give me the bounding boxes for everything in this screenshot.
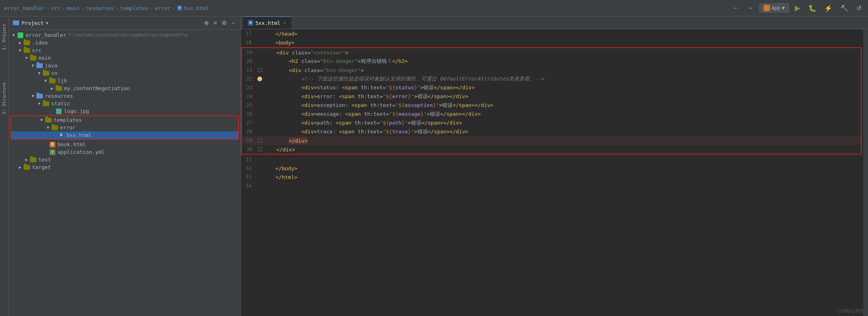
tree-item-templates[interactable]: ▼ templates	[11, 116, 238, 124]
fold-icon-29[interactable]: -	[258, 139, 262, 143]
file-tree: ▼ error_handler F:\myCode\crazyCode\Spri…	[9, 30, 241, 316]
navigate-back-button[interactable]: ←	[730, 4, 742, 12]
code-line-19: 19 <div class="container">	[242, 48, 861, 57]
run-button[interactable]: ▶	[792, 3, 803, 13]
toggle-ljh[interactable]: ▼	[42, 78, 49, 83]
fold-icon-30[interactable]: -	[258, 147, 262, 151]
tree-item-error-folder[interactable]: ▼ error	[11, 124, 238, 131]
toggle-test[interactable]: ▶	[23, 157, 30, 162]
application-yml-icon: Y	[49, 149, 56, 155]
target-folder-icon	[23, 165, 30, 170]
main-area: 1: Project Z: Structure Project ▼ ⊕ ≡ ⚙ …	[0, 16, 868, 316]
tab-filename: 5xx.html	[255, 20, 281, 26]
breadcrumb-html-icon: H	[177, 5, 182, 11]
static-folder-icon	[42, 101, 50, 107]
code-line-24: 24 <div>error: <span th:text="${error}">…	[242, 92, 861, 101]
refresh-button[interactable]: ↺	[854, 4, 864, 13]
fold-icon-21[interactable]: -	[258, 68, 262, 72]
code-line-20: 20 <h2 class="btn-danger">程序出错啦！</h2>	[242, 57, 861, 66]
tree-label-cn: cn	[51, 70, 58, 76]
code-line-28: 28 <div>trace: <span th:text="${trace}">…	[242, 127, 861, 136]
panel-add-button[interactable]: ⊕	[202, 19, 210, 27]
toggle-cn[interactable]: ▼	[36, 71, 42, 75]
red-border-code-region: 19 <div class="container"> 20 <h2 class=…	[241, 47, 862, 155]
toggle-target[interactable]: ▶	[17, 165, 23, 169]
panel-collapse-button[interactable]: ≡	[212, 19, 219, 27]
tree-label-idea: .idea	[32, 40, 48, 46]
tree-label-application-yml: application.yml	[58, 149, 104, 155]
tree-item-test[interactable]: ▶ test	[9, 156, 241, 163]
top-bar: error_handler › src › main › resources ›…	[0, 0, 868, 16]
toolbar-right: ← → App ▼ ▶ 🐛 ⚡ 🔨 ↺	[730, 3, 864, 13]
code-line-34: 34	[241, 181, 863, 190]
tree-label-book: book.html	[58, 141, 86, 147]
tab-html-icon: H	[248, 20, 253, 26]
toggle-java[interactable]: ▼	[30, 63, 36, 68]
run-config-button[interactable]: App ▼	[759, 3, 789, 13]
navigate-forward-button[interactable]: →	[745, 4, 756, 12]
java-folder-icon	[36, 63, 43, 68]
breadcrumb-src[interactable]: src	[51, 5, 60, 11]
tree-item-idea[interactable]: ▶ .idea	[9, 39, 241, 46]
toggle-templates[interactable]: ▼	[38, 118, 45, 122]
sidebar-tab-project[interactable]: 1: Project	[0, 20, 8, 53]
toggle-error-handler[interactable]: ▼	[10, 33, 17, 37]
panel-minimize-button[interactable]: −	[230, 19, 237, 27]
tree-item-book-html[interactable]: ▶ H book.html	[9, 141, 241, 148]
tree-item-main[interactable]: ▼ main	[9, 54, 241, 62]
tree-item-5xx-html[interactable]: ▶ H 5xx.html	[11, 131, 238, 139]
breadcrumb-main[interactable]: main	[67, 5, 79, 11]
code-line-23: 23 <div>status: <span th:text="${status}…	[242, 83, 861, 92]
code-lines-container: 17 </head> 18 <body>	[241, 29, 863, 190]
tree-item-error-handler[interactable]: ▼ error_handler F:\myCode\crazyCode\Spri…	[9, 31, 241, 39]
tree-item-java[interactable]: ▼ java	[9, 62, 241, 69]
profile-button[interactable]: ⚡	[822, 4, 835, 13]
tree-item-target[interactable]: ▶ target	[9, 163, 241, 171]
tree-label-templates: templates	[54, 117, 82, 123]
tree-item-ljh[interactable]: ▼ ljh	[9, 77, 241, 85]
editor-tab-5xx[interactable]: H 5xx.html ✕	[243, 16, 291, 29]
tree-label-ljh: ljh	[58, 78, 67, 84]
right-scroll-gutter	[863, 29, 868, 316]
toggle-resources[interactable]: ▼	[30, 94, 36, 98]
breadcrumb-error[interactable]: error	[155, 5, 170, 11]
error-folder-icon	[51, 125, 58, 131]
code-line-30: 30 - </div>	[242, 145, 861, 154]
toggle-my-content[interactable]: ▶	[49, 86, 55, 91]
toggle-src[interactable]: ▼	[17, 48, 23, 52]
build-button[interactable]: 🔨	[838, 4, 851, 13]
my-content-folder-icon	[55, 86, 62, 91]
toggle-main[interactable]: ▼	[23, 56, 30, 60]
bulb-icon-22[interactable]	[257, 76, 262, 81]
tree-item-src[interactable]: ▼ src	[9, 46, 241, 54]
resources-folder-icon	[36, 93, 43, 99]
toggle-idea[interactable]: ▶	[17, 40, 23, 45]
tree-item-resources[interactable]: ▼ resources	[9, 92, 241, 100]
code-line-22: 22 <!-- 下面这些属性值是错误对象默认支持的属性，可通过 DefaultE…	[242, 74, 861, 83]
tree-path: F:\myCode\crazyCode\SpringBoot\springboo…	[69, 32, 188, 38]
breadcrumb-error-handler[interactable]: error_handler	[4, 5, 45, 11]
code-scroll-area[interactable]: 17 </head> 18 <body>	[241, 29, 863, 316]
toggle-static[interactable]: ▼	[36, 101, 42, 106]
breadcrumb-resources[interactable]: resources	[86, 5, 114, 11]
tree-label-5xx: 5xx.html	[66, 132, 92, 138]
tree-item-cn[interactable]: ▼ cn	[9, 69, 241, 77]
breadcrumb-file: H 5xx.html	[177, 5, 209, 11]
sidebar-tab-structure[interactable]: Z: Structure	[0, 79, 8, 117]
templates-folder-icon	[45, 117, 52, 123]
toggle-error-folder[interactable]: ▼	[45, 125, 51, 130]
panel-chevron-icon: ▼	[46, 21, 48, 25]
code-line-33: 33 </html>	[241, 173, 863, 181]
tree-label-logo: logo.jpg	[64, 108, 89, 114]
tab-close-button[interactable]: ✕	[283, 20, 287, 26]
panel-settings-button[interactable]: ⚙	[220, 19, 229, 27]
tree-item-my-content[interactable]: ▶ my_contentNegotiation	[9, 85, 241, 92]
tree-item-application-yml[interactable]: ▶ Y application.yml	[9, 148, 241, 156]
breadcrumb-templates[interactable]: templates	[120, 5, 148, 11]
tree-item-logo[interactable]: ▶ logo.jpg	[9, 107, 241, 115]
debug-button[interactable]: 🐛	[806, 4, 819, 13]
watermark: CSDN@金斧胜	[838, 308, 864, 314]
code-line-32: 32 </body>	[241, 164, 863, 173]
tree-item-static[interactable]: ▼ static	[9, 100, 241, 107]
project-folder-icon	[13, 20, 19, 25]
